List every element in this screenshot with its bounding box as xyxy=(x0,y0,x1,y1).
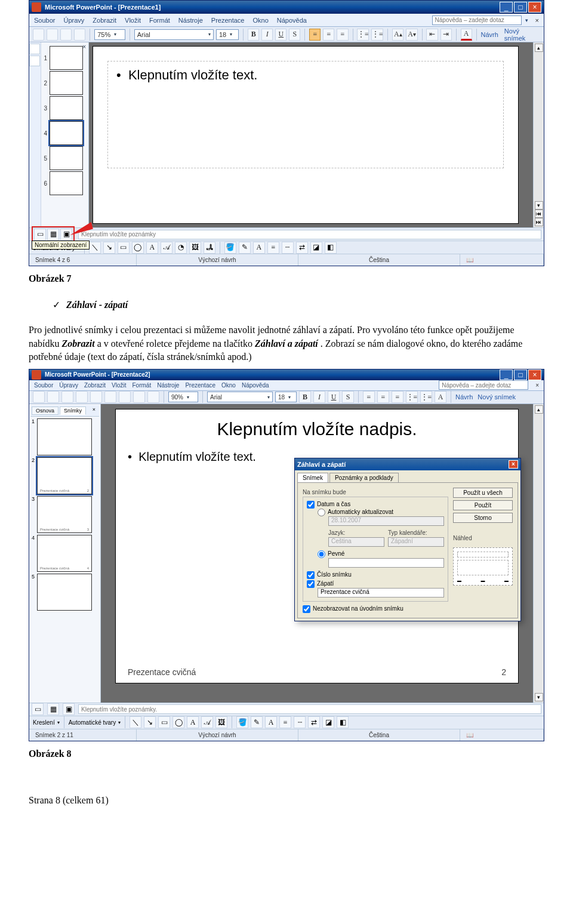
3d-style-icon[interactable]: ◧ xyxy=(337,716,349,728)
thumbnail-1[interactable] xyxy=(37,418,92,455)
close-button[interactable]: × xyxy=(528,2,541,13)
rectangle-tool-icon[interactable]: ▭ xyxy=(118,242,130,254)
outdent-button[interactable]: ⇤ xyxy=(426,29,438,41)
save-icon[interactable] xyxy=(61,391,73,403)
title-placeholder[interactable]: Klepnutím vložíte nadpis. xyxy=(128,419,506,439)
help-dropdown-icon[interactable]: ▾ xyxy=(525,17,528,23)
menu-upravy[interactable]: Úpravy xyxy=(59,382,78,389)
scroll-down-icon[interactable]: ▾ xyxy=(535,693,543,701)
menu-okno[interactable]: Okno xyxy=(252,17,268,24)
shadow-style-icon[interactable]: ◪ xyxy=(322,716,334,728)
design-button[interactable]: Návrh xyxy=(455,393,473,401)
checkbox-number[interactable]: Číslo snímku xyxy=(307,571,444,579)
thumbnail-5[interactable] xyxy=(37,574,92,611)
font-color-icon[interactable]: A xyxy=(253,242,265,254)
mdi-close-icon[interactable]: × xyxy=(535,17,539,24)
textbox-tool-icon[interactable]: A xyxy=(187,716,199,728)
slide-canvas[interactable]: • Klepnutím vložíte text. xyxy=(93,46,519,224)
numbering-button[interactable]: ⋮≡ xyxy=(406,391,418,403)
tab-slide[interactable]: Snímek xyxy=(297,473,328,482)
dash-style-icon[interactable]: ┄ xyxy=(294,716,306,728)
menu-nastroje[interactable]: Nástroje xyxy=(178,17,203,24)
font-color-icon[interactable]: A xyxy=(265,716,277,728)
indent-button[interactable]: ⇥ xyxy=(440,29,452,41)
apply-all-button[interactable]: Použít u všech xyxy=(453,488,513,498)
font-color-button[interactable]: A xyxy=(435,391,446,403)
menu-vlozit[interactable]: Vložit xyxy=(125,17,141,24)
font-color-button[interactable]: A xyxy=(461,29,472,41)
slideshow-view-icon[interactable]: ▣ xyxy=(63,703,75,715)
textbox-tool-icon[interactable]: A xyxy=(146,242,158,254)
thumbnail-5[interactable] xyxy=(50,146,83,170)
line-style-icon[interactable]: ≡ xyxy=(267,242,279,254)
radio-auto[interactable]: Automaticky aktualizovat xyxy=(318,509,393,515)
help-search-input[interactable] xyxy=(439,380,528,390)
open-icon[interactable] xyxy=(47,29,58,41)
open-icon[interactable] xyxy=(47,391,59,403)
menu-napoveda[interactable]: Nápověda xyxy=(242,382,269,389)
numbering-button[interactable]: ⋮≡ xyxy=(357,29,369,41)
tab-outline[interactable]: Osnova xyxy=(32,406,58,415)
menu-zobrazit[interactable]: Zobrazit xyxy=(93,17,116,24)
menu-format[interactable]: Formát xyxy=(133,382,152,389)
align-left-button[interactable]: ≡ xyxy=(309,29,321,41)
dash-style-icon[interactable]: ┄ xyxy=(282,242,294,254)
draw-menu[interactable]: Kreslení xyxy=(33,719,55,726)
line-style-icon[interactable]: ≡ xyxy=(279,716,291,728)
outline-tab-icon[interactable] xyxy=(29,44,40,54)
scroll-up-icon[interactable]: ▴ xyxy=(535,405,543,414)
thumbnail-2[interactable] xyxy=(50,71,83,95)
minimize-button[interactable]: _ xyxy=(500,369,513,380)
maximize-button[interactable]: □ xyxy=(514,369,527,380)
new-icon[interactable] xyxy=(33,391,45,403)
line-tool-icon[interactable]: ＼ xyxy=(89,242,101,254)
arrow-tool-icon[interactable]: ↘ xyxy=(103,242,115,254)
print-icon[interactable] xyxy=(74,29,85,41)
redo-icon[interactable] xyxy=(147,391,159,403)
bullets-button[interactable]: ⋮≡ xyxy=(371,29,383,41)
normal-view-icon[interactable]: ▭ xyxy=(34,229,46,241)
thumbnail-3[interactable]: Prezentace cvičná3 xyxy=(37,496,92,533)
notes-input[interactable] xyxy=(78,230,541,239)
bold-button[interactable]: B xyxy=(248,29,259,41)
bold-button[interactable]: B xyxy=(299,391,311,403)
scroll-down-icon[interactable]: ▾ xyxy=(535,201,543,210)
italic-button[interactable]: I xyxy=(261,29,273,41)
footer-text-input[interactable]: Prezentace cvičná xyxy=(318,588,444,597)
slidesorter-view-icon[interactable]: ▦ xyxy=(47,229,59,241)
prev-slide-icon[interactable]: ⏮ xyxy=(535,210,543,218)
new-slide-button[interactable]: Nový snímek xyxy=(478,393,516,401)
align-right-button[interactable]: ≡ xyxy=(337,29,348,41)
thumbnail-2[interactable]: Prezentace cvičná2 xyxy=(37,457,92,494)
minimize-button[interactable]: _ xyxy=(500,2,513,13)
thumbnail-4[interactable]: Prezentace cvičná4 xyxy=(37,535,92,572)
increase-font-button[interactable]: A▴ xyxy=(392,29,403,41)
oval-tool-icon[interactable]: ◯ xyxy=(172,716,184,728)
normal-view-icon[interactable]: ▭ xyxy=(32,703,44,715)
clipart-tool-icon[interactable]: 🖼 xyxy=(189,242,201,254)
menu-zobrazit[interactable]: Zobrazit xyxy=(84,382,106,389)
fill-color-icon[interactable]: 🪣 xyxy=(236,716,248,728)
decrease-font-button[interactable]: A▾ xyxy=(406,29,417,41)
shadow-button[interactable]: S xyxy=(289,29,300,41)
slidesorter-view-icon[interactable]: ▦ xyxy=(47,703,59,715)
fill-color-icon[interactable]: 🪣 xyxy=(224,242,236,254)
line-color-icon[interactable]: ✎ xyxy=(239,242,251,254)
italic-button[interactable]: I xyxy=(313,391,325,403)
wordart-tool-icon[interactable]: 𝒜 xyxy=(161,242,172,254)
new-icon[interactable] xyxy=(33,29,44,41)
print-icon[interactable] xyxy=(76,391,88,403)
oval-tool-icon[interactable]: ◯ xyxy=(132,242,144,254)
menu-format[interactable]: Formát xyxy=(149,17,170,24)
menu-prezentace[interactable]: Prezentace xyxy=(211,17,245,24)
menu-soubor[interactable]: Soubor xyxy=(34,17,55,24)
align-left-button[interactable]: ≡ xyxy=(363,391,375,403)
apply-button[interactable]: Použít xyxy=(453,500,513,510)
thumbnail-1[interactable] xyxy=(50,46,83,70)
help-search-input[interactable] xyxy=(432,16,522,25)
font-combo[interactable]: Arial▾ xyxy=(207,392,273,402)
shadow-style-icon[interactable]: ◪ xyxy=(310,242,322,254)
tab-slides[interactable]: Snímky xyxy=(60,406,86,415)
vertical-scrollbar[interactable]: ▴ ▾ ⏮ ⏭ xyxy=(533,42,544,227)
arrow-style-icon[interactable]: ⇄ xyxy=(296,242,308,254)
